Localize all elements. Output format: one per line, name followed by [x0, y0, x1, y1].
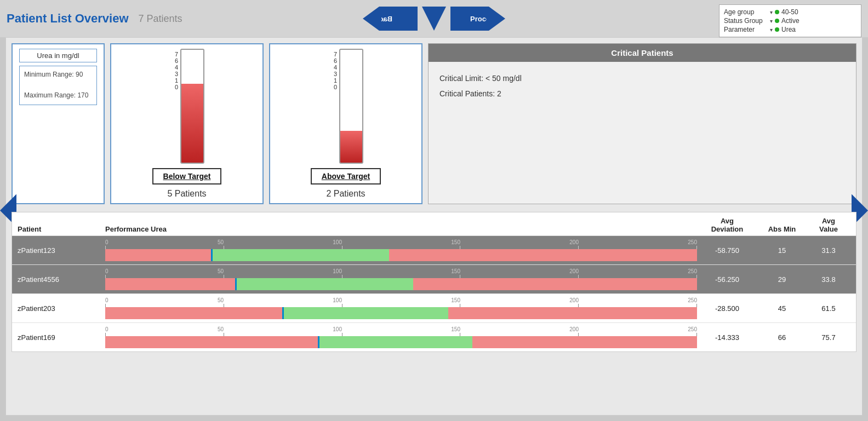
age-group-value: 40-50 — [781, 8, 798, 16]
parameter-icon[interactable]: ▾ — [770, 27, 773, 33]
col-avgval-header: AvgValue — [807, 217, 850, 233]
patient-count: 7 Patients — [139, 13, 182, 25]
table-row: zPatient203050100150200250-28.5004561.5 — [12, 293, 856, 322]
thermo-fill-left — [181, 84, 203, 163]
performance-bar — [105, 278, 697, 290]
critical-limit: Critical Limit: < 50 mg/dl — [439, 71, 845, 86]
main-content: Urea in mg/dl Minimum Range: 90 Maximum … — [5, 37, 863, 416]
above-target-box: 7 6 4 3 1 0 Above Target 2 Patients — [269, 43, 422, 204]
patient-name: zPatient4556 — [18, 273, 105, 286]
down-arrow — [422, 7, 446, 31]
max-value: 170 — [77, 91, 88, 99]
age-group-dot — [775, 10, 779, 14]
thermometer-left — [180, 49, 204, 164]
below-target-button[interactable]: Below Target — [152, 168, 222, 184]
col-absmin-header: Abs Min — [757, 225, 807, 233]
status-group-label: Status Group — [724, 17, 768, 25]
above-target-count: 2 Patients — [326, 189, 365, 199]
thermometer-right — [339, 49, 363, 164]
abs-min-val: 15 — [757, 246, 807, 255]
min-label: Minimum Range: — [24, 71, 74, 78]
status-group-dot — [775, 19, 779, 23]
bar-indicator — [211, 249, 213, 261]
urea-title: Urea in mg/dl — [19, 49, 97, 62]
avg-value-val: 33.8 — [807, 275, 850, 284]
parameter-dot — [775, 27, 779, 32]
table-row: zPatient169050100150200250-14.3336675.7 — [12, 322, 856, 351]
filter-row-status: Status Group ▾ Active — [724, 17, 856, 25]
col-performance-header: Performance Urea — [105, 225, 697, 233]
urea-range: Minimum Range: 90 Maximum Range: 170 — [19, 66, 97, 105]
svg-text:Back: Back — [381, 15, 392, 23]
thermo-scale-right: 7 6 4 3 1 0 — [328, 49, 337, 93]
abs-min-val: 29 — [757, 275, 807, 284]
filter-row-age: Age group ▾ 40-50 — [724, 8, 856, 16]
table-row: zPatient4556050100150200250-56.2502933.8 — [12, 264, 856, 293]
col-patient-header: Patient — [18, 225, 105, 233]
header: Patient List Overview 7 Patients Back Pr… — [0, 0, 868, 37]
avg-deviation-val: -56.250 — [697, 275, 757, 284]
filter-row-parameter: Parameter ▾ Urea — [724, 26, 856, 33]
max-label: Maximum Range: — [24, 91, 76, 99]
table-body: zPatient123050100150200250-58.7501531.3z… — [12, 235, 856, 351]
avg-value-val: 75.7 — [807, 333, 850, 342]
avg-value-val: 61.5 — [807, 304, 850, 313]
abs-min-val: 45 — [757, 304, 807, 313]
thermo-fill-right — [340, 131, 362, 163]
proceed-button[interactable]: Proceed — [450, 7, 505, 31]
svg-text:Proceed: Proceed — [470, 15, 487, 23]
age-group-icon[interactable]: ▾ — [770, 9, 773, 15]
below-target-box: 7 6 4 3 1 0 Below Target 5 Patients — [110, 43, 264, 204]
page-title: Patient List Overview — [7, 11, 129, 26]
avg-deviation-val: -14.333 — [697, 333, 757, 342]
above-target-button[interactable]: Above Target — [311, 168, 381, 184]
bar-indicator — [318, 336, 319, 348]
col-avgdev-header: AvgDeviation — [697, 217, 757, 233]
critical-body: Critical Limit: < 50 mg/dl Critical Pati… — [429, 62, 856, 110]
avg-value-val: 31.3 — [807, 246, 850, 255]
stats-row: Urea in mg/dl Minimum Range: 90 Maximum … — [12, 43, 856, 204]
critical-header: Critical Patients — [429, 44, 856, 62]
performance-col: 050100150200250 — [105, 325, 697, 349]
abs-min-val: 66 — [757, 333, 807, 342]
table-row: zPatient123050100150200250-58.7501531.3 — [12, 235, 856, 264]
age-group-label: Age group — [724, 8, 768, 16]
patient-name: zPatient169 — [18, 331, 105, 344]
bar-indicator — [235, 278, 237, 290]
status-group-value: Active — [781, 17, 800, 25]
performance-bar — [105, 307, 697, 319]
status-group-icon[interactable]: ▾ — [770, 18, 773, 24]
performance-col: 050100150200250 — [105, 296, 697, 320]
filter-panel: Age group ▾ 40-50 Status Group ▾ Active … — [719, 4, 861, 37]
parameter-value: Urea — [781, 26, 796, 33]
avg-deviation-val: -28.500 — [697, 304, 757, 313]
patient-name: zPatient123 — [18, 244, 105, 257]
critical-box: Critical Patients Critical Limit: < 50 m… — [428, 43, 856, 204]
avg-deviation-val: -58.750 — [697, 246, 757, 255]
performance-col: 050100150200250 — [105, 267, 697, 291]
patient-name: zPatient203 — [18, 302, 105, 315]
bar-indicator — [282, 307, 284, 319]
urea-box: Urea in mg/dl Minimum Range: 90 Maximum … — [12, 43, 105, 204]
below-target-count: 5 Patients — [167, 189, 206, 199]
performance-col: 050100150200250 — [105, 238, 697, 262]
thermo-top-left — [181, 50, 203, 61]
critical-patients: Critical Patients: 2 — [439, 86, 845, 101]
performance-bar — [105, 249, 697, 261]
nav-buttons: Back Proceed — [363, 7, 505, 31]
table-header: Patient Performance Urea AvgDeviation Ab… — [12, 212, 856, 235]
thermo-scale-left: 7 6 4 3 1 0 — [169, 49, 178, 93]
parameter-label: Parameter — [724, 26, 768, 33]
back-button[interactable]: Back — [363, 7, 418, 31]
patient-table: Patient Performance Urea AvgDeviation Ab… — [12, 212, 856, 352]
performance-bar — [105, 336, 697, 348]
min-value: 90 — [76, 71, 83, 78]
